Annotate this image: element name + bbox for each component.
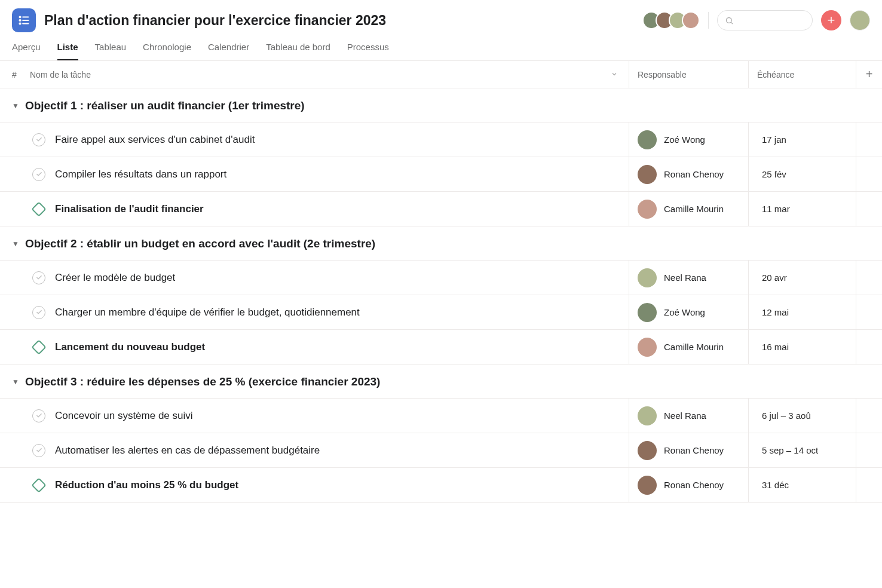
table-row[interactable]: Réduction d'au moins 25 % du budgetRonan… <box>0 468 882 503</box>
search-input[interactable] <box>717 10 813 30</box>
assignee-avatar <box>638 165 657 184</box>
cell-extra <box>856 433 882 467</box>
add-button[interactable]: + <box>821 10 841 30</box>
tab-chronologie[interactable]: Chronologie <box>143 42 191 60</box>
task-name: Compiler les résultats dans un rapport <box>55 169 226 180</box>
task-complete-checkbox[interactable] <box>32 306 45 319</box>
column-due[interactable]: Échéance <box>748 61 856 88</box>
table-row[interactable]: Faire appel aux services d'un cabinet d'… <box>0 122 882 157</box>
assignee-avatar <box>638 338 657 357</box>
cell-due-date[interactable]: 11 mar <box>748 192 856 226</box>
assignee-name: Camille Mourin <box>664 204 724 214</box>
svg-point-4 <box>19 23 20 24</box>
chevron-down-icon <box>611 70 618 79</box>
assignee-name: Ronan Chenoy <box>664 169 724 179</box>
assignee-avatar <box>638 130 657 149</box>
svg-point-2 <box>19 20 20 21</box>
section-title: Objectif 3 : réduire les dépenses de 25 … <box>25 375 381 388</box>
milestone-icon <box>31 477 46 492</box>
assignee-name: Zoé Wong <box>664 307 705 317</box>
task-name: Concevoir un système de suivi <box>55 410 193 422</box>
tab-tableau[interactable]: Tableau <box>95 42 127 60</box>
section-title: Objectif 1 : réaliser un audit financier… <box>25 99 305 112</box>
cell-assignee[interactable]: Ronan Chenoy <box>629 468 748 502</box>
assignee-name: Neel Rana <box>664 411 706 421</box>
project-icon[interactable] <box>12 8 36 32</box>
cell-due-date[interactable]: 31 déc <box>748 468 856 502</box>
task-name: Finalisation de l'audit financier <box>55 203 204 215</box>
table-row[interactable]: Créer le modèle de budgetNeel Rana20 avr <box>0 261 882 295</box>
task-name: Créer le modèle de budget <box>55 272 175 284</box>
cell-assignee[interactable]: Neel Rana <box>629 399 748 433</box>
assignee-avatar <box>638 303 657 322</box>
section-header[interactable]: ▼Objectif 3 : réduire les dépenses de 25… <box>0 365 882 399</box>
cell-assignee[interactable]: Ronan Chenoy <box>629 433 748 467</box>
cell-assignee[interactable]: Zoé Wong <box>629 122 748 157</box>
cell-extra <box>856 122 882 157</box>
tab-calendrier[interactable]: Calendrier <box>208 42 249 60</box>
table-row[interactable]: Compiler les résultats dans un rapportRo… <box>0 157 882 192</box>
table-row[interactable]: Concevoir un système de suiviNeel Rana6 … <box>0 399 882 433</box>
caret-down-icon: ▼ <box>12 102 19 110</box>
collaborators[interactable] <box>647 11 700 29</box>
cell-due-date[interactable]: 6 jul – 3 aoû <box>748 399 856 433</box>
table-row[interactable]: Lancement du nouveau budgetCamille Mouri… <box>0 330 882 365</box>
assignee-avatar <box>638 476 657 495</box>
cell-extra <box>856 330 882 364</box>
tab-aperçu[interactable]: Aperçu <box>12 42 41 60</box>
cell-due-date[interactable]: 17 jan <box>748 122 856 157</box>
assignee-name: Ronan Chenoy <box>664 445 724 455</box>
cell-extra <box>856 157 882 191</box>
assignee-avatar <box>638 200 657 219</box>
caret-down-icon: ▼ <box>12 378 19 386</box>
cell-extra <box>856 399 882 433</box>
section-header[interactable]: ▼Objectif 2 : établir un budget en accor… <box>0 226 882 261</box>
task-complete-checkbox[interactable] <box>32 444 45 457</box>
cell-assignee[interactable]: Neel Rana <box>629 261 748 295</box>
section-header[interactable]: ▼Objectif 1 : réaliser un audit financie… <box>0 88 882 122</box>
user-avatar[interactable] <box>850 10 870 30</box>
cell-extra <box>856 261 882 295</box>
task-complete-checkbox[interactable] <box>32 271 45 284</box>
divider <box>708 12 709 29</box>
task-name: Charger un membre d'équipe de vérifier l… <box>55 307 360 318</box>
cell-due-date[interactable]: 5 sep – 14 oct <box>748 433 856 467</box>
task-name: Automatiser les alertes en cas de dépass… <box>55 445 320 457</box>
collaborator-avatar[interactable] <box>682 11 700 29</box>
table-row[interactable]: Charger un membre d'équipe de vérifier l… <box>0 295 882 330</box>
task-name: Faire appel aux services d'un cabinet d'… <box>55 134 255 146</box>
cell-due-date[interactable]: 12 mai <box>748 295 856 329</box>
search-icon <box>725 16 734 25</box>
tab-tableau-de-bord[interactable]: Tableau de bord <box>266 42 330 60</box>
column-task-name[interactable]: Nom de la tâche <box>30 70 629 79</box>
cell-extra <box>856 192 882 226</box>
cell-due-date[interactable]: 16 mai <box>748 330 856 364</box>
svg-point-6 <box>727 17 732 23</box>
column-number: # <box>12 70 30 79</box>
tab-processus[interactable]: Processus <box>347 42 389 60</box>
cell-due-date[interactable]: 25 fév <box>748 157 856 191</box>
task-complete-checkbox[interactable] <box>32 133 45 146</box>
section-title: Objectif 2 : établir un budget en accord… <box>25 237 375 250</box>
cell-assignee[interactable]: Camille Mourin <box>629 192 748 226</box>
milestone-icon <box>31 339 46 354</box>
caret-down-icon: ▼ <box>12 240 19 248</box>
table-row[interactable]: Finalisation de l'audit financierCamille… <box>0 192 882 226</box>
task-complete-checkbox[interactable] <box>32 168 45 181</box>
add-column-button[interactable]: + <box>856 61 882 88</box>
task-name: Réduction d'au moins 25 % du budget <box>55 479 238 491</box>
tab-liste[interactable]: Liste <box>57 42 78 60</box>
column-assignee[interactable]: Responsable <box>629 61 748 88</box>
cell-assignee[interactable]: Zoé Wong <box>629 295 748 329</box>
cell-due-date[interactable]: 20 avr <box>748 261 856 295</box>
assignee-name: Neel Rana <box>664 272 706 283</box>
svg-line-7 <box>731 22 733 24</box>
table-row[interactable]: Automatiser les alertes en cas de dépass… <box>0 433 882 468</box>
cell-extra <box>856 468 882 502</box>
cell-assignee[interactable]: Camille Mourin <box>629 330 748 364</box>
svg-point-0 <box>19 16 20 17</box>
cell-assignee[interactable]: Ronan Chenoy <box>629 157 748 191</box>
cell-extra <box>856 295 882 329</box>
task-complete-checkbox[interactable] <box>32 409 45 422</box>
assignee-name: Camille Mourin <box>664 342 724 352</box>
